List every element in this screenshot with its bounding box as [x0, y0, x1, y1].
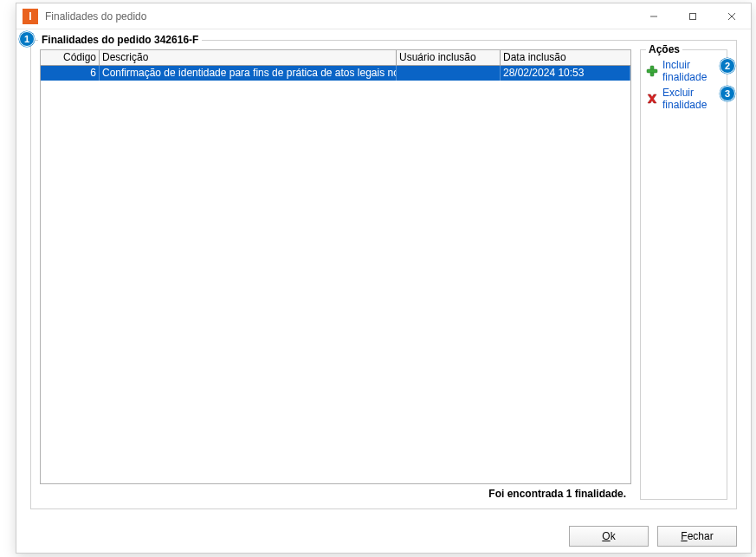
- fechar-accelerator: F: [681, 530, 687, 542]
- col-header-data[interactable]: Data inclusão: [501, 50, 630, 66]
- annotation-badge-2: 2: [720, 58, 735, 74]
- svg-rect-1: [689, 13, 695, 19]
- fechar-rest: echar: [688, 530, 714, 542]
- col-header-usuario[interactable]: Usuário inclusão: [397, 50, 501, 66]
- button-bar: Ok Fechar: [16, 520, 751, 553]
- plus-icon: [646, 64, 658, 78]
- actions-title: Ações: [646, 43, 682, 55]
- cell-codigo: 6: [41, 66, 100, 81]
- close-button[interactable]: [712, 3, 751, 29]
- cell-data: 28/02/2024 10:53: [501, 66, 630, 81]
- app-icon-letter: I: [29, 10, 31, 23]
- actions-panel: Ações Incluir finalidade 2: [640, 49, 727, 500]
- body-area: 1 Finalidades do pedido 342616-F Código …: [16, 29, 751, 520]
- svg-rect-5: [647, 69, 657, 73]
- col-header-descricao[interactable]: Descrição: [100, 50, 397, 66]
- window-controls: [634, 3, 751, 29]
- action-excluir-finalidade[interactable]: Excluir finalidade 3: [646, 85, 721, 113]
- col-header-codigo[interactable]: Código: [41, 50, 100, 66]
- action-excluir-label: Excluir finalidade: [662, 87, 721, 111]
- annotation-badge-1: 1: [19, 31, 35, 47]
- window-title: Finalidades do pedido: [45, 10, 634, 23]
- maximize-button[interactable]: [673, 3, 712, 29]
- minimize-button[interactable]: [634, 3, 673, 29]
- window: I Finalidades do pedido 1 Finalidades do…: [16, 3, 752, 554]
- app-icon: I: [23, 9, 38, 24]
- purposes-group: 1 Finalidades do pedido 342616-F Código …: [30, 40, 737, 509]
- grid-status: Foi encontrada 1 finalidade.: [40, 484, 631, 500]
- action-incluir-finalidade[interactable]: Incluir finalidade 2: [646, 57, 721, 85]
- minimize-icon: [649, 12, 658, 21]
- purposes-table[interactable]: Código Descrição Usuário inclusão Data i…: [40, 49, 631, 484]
- grid-area: Código Descrição Usuário inclusão Data i…: [40, 49, 631, 500]
- maximize-icon: [688, 12, 697, 21]
- titlebar[interactable]: I Finalidades do pedido: [16, 3, 751, 29]
- cell-descricao: Confirmação de identidade para fins de p…: [100, 66, 397, 81]
- close-button-bottom[interactable]: Fechar: [657, 526, 737, 547]
- table-header: Código Descrição Usuário inclusão Data i…: [41, 50, 630, 66]
- delete-x-icon: [646, 92, 658, 106]
- cell-usuario: [397, 66, 501, 81]
- action-incluir-label: Incluir finalidade: [662, 59, 721, 83]
- table-row[interactable]: 6 Confirmação de identidade para fins de…: [41, 66, 630, 81]
- annotation-badge-3: 3: [720, 86, 735, 101]
- group-title: Finalidades do pedido 342616-F: [38, 34, 202, 46]
- ok-rest: k: [611, 530, 616, 542]
- close-icon: [727, 12, 736, 21]
- actions-group: Ações Incluir finalidade 2: [640, 49, 727, 500]
- ok-accelerator: O: [602, 530, 610, 542]
- ok-button[interactable]: Ok: [569, 526, 649, 547]
